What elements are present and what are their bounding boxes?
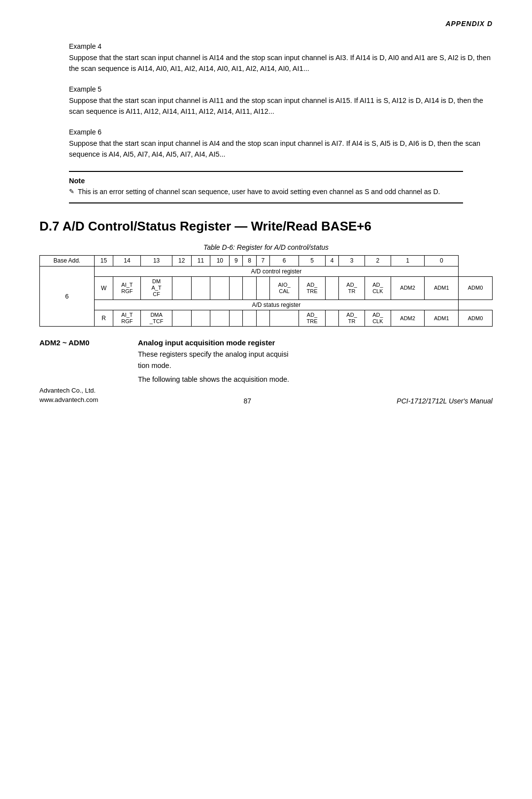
w-cell-1: ADM1 (425, 277, 459, 300)
w-cell-2: ADM2 (391, 277, 425, 300)
col-0: 0 (425, 256, 459, 266)
col-7: 7 (256, 256, 269, 266)
w-cell-6: AD_TRE (299, 277, 326, 300)
r-cell-9 (243, 310, 256, 327)
w-cell-3: AD_CLK (365, 277, 391, 300)
r-cell-10 (230, 310, 243, 327)
footer-company: Advantech Co., Ltd. (39, 386, 98, 396)
w-cell-10 (230, 277, 243, 300)
section-heading: D.7 A/D Control/Status Register — Write/… (39, 218, 493, 235)
col-6: 6 (269, 256, 299, 266)
footer-left: Advantech Co., Ltd. www.advantech.com (39, 386, 98, 405)
footer-manual-title: PCI-1712/1712L User's Manual (397, 397, 493, 405)
adm-desc-title: Analog input acquisition mode register (138, 338, 493, 347)
w-cell-11 (210, 277, 230, 300)
r-cell-6: AD_TRE (299, 310, 326, 327)
footer: Advantech Co., Ltd. www.advantech.com 87… (39, 386, 493, 405)
col-12: 12 (172, 256, 191, 266)
col-4: 4 (325, 256, 338, 266)
adm-desc-text1: These registers specify the analog input… (138, 349, 493, 371)
col-11: 11 (191, 256, 210, 266)
w-cell-9 (243, 277, 256, 300)
col-1: 1 (391, 256, 425, 266)
appendix-header: APPENDIX D (39, 20, 493, 28)
col-5: 5 (299, 256, 326, 266)
col-2: 2 (365, 256, 391, 266)
footer-website: www.advantech.com (39, 395, 98, 405)
col-base-add: Base Add. (40, 256, 95, 266)
example-6-text: Suppose that the start scan input channe… (69, 138, 493, 160)
adm-row: ADM2 ~ ADM0 Analog input acquisition mod… (39, 338, 493, 385)
r-cell-8 (256, 310, 269, 327)
r-cell-5 (325, 310, 338, 327)
r-cell-0: ADM0 (459, 310, 493, 327)
note-title: Note (69, 177, 463, 185)
r-cell-13 (172, 310, 191, 327)
register-table: Base Add. 15 14 13 12 11 10 9 8 7 6 5 4 … (39, 255, 493, 327)
example-4-block: Example 4 Suppose that the start scan in… (69, 42, 493, 74)
example-4-title: Example 4 (69, 42, 493, 50)
r-cell-1: ADM1 (425, 310, 459, 327)
note-text: This is an error setting of channel scan… (69, 187, 463, 198)
w-cell-0: ADM0 (459, 277, 493, 300)
example-5-text: Suppose that the start scan input channe… (69, 95, 493, 117)
adm-section: ADM2 ~ ADM0 Analog input acquisition mod… (39, 338, 493, 385)
w-cell-12 (191, 277, 210, 300)
note-box: Note This is an error setting of channel… (69, 171, 463, 203)
r-cell-14: DMA_TCF (141, 310, 172, 327)
r-cell-2: ADM2 (391, 310, 425, 327)
status-register-label-cell: A/D status register (94, 300, 459, 310)
r-cell-15: AI_TRGF (113, 310, 141, 327)
w-cell-15: AI_TRGF (113, 277, 141, 300)
col-10: 10 (210, 256, 230, 266)
col-13: 13 (141, 256, 172, 266)
w-cell-7: AIO_CAL (269, 277, 299, 300)
w-cell-8 (256, 277, 269, 300)
r-cell-7 (269, 310, 299, 327)
example-6-title: Example 6 (69, 128, 493, 136)
w-cell-4: AD_TR (339, 277, 365, 300)
r-label-cell: R (94, 310, 113, 327)
adm-label: ADM2 ~ ADM0 (39, 338, 138, 347)
w-cell-13 (172, 277, 191, 300)
example-5-block: Example 5 Suppose that the start scan in… (69, 85, 493, 117)
col-3: 3 (339, 256, 365, 266)
r-cell-12 (191, 310, 210, 327)
col-8: 8 (243, 256, 256, 266)
r-cell-3: AD_CLK (365, 310, 391, 327)
example-6-block: Example 6 Suppose that the start scan in… (69, 128, 493, 160)
adm-desc-text2: The following table shows the acquisitio… (138, 374, 493, 385)
footer-page-number: 87 (244, 397, 252, 405)
row-number-cell: 6 (40, 266, 95, 327)
r-cell-4: AD_TR (339, 310, 365, 327)
col-9: 9 (230, 256, 243, 266)
col-14: 14 (113, 256, 141, 266)
col-15: 15 (94, 256, 113, 266)
register-table-wrap: Base Add. 15 14 13 12 11 10 9 8 7 6 5 4 … (39, 255, 493, 327)
example-4-text: Suppose that the start scan input channe… (69, 52, 493, 74)
examples-section: Example 4 Suppose that the start scan in… (39, 42, 493, 160)
r-cell-11 (210, 310, 230, 327)
table-caption: Table D-6: Register for A/D control/stat… (39, 243, 493, 251)
adm-desc: Analog input acquisition mode register T… (138, 338, 493, 385)
example-5-title: Example 5 (69, 85, 493, 93)
w-cell-5 (325, 277, 338, 300)
control-register-label-cell: A/D control register (94, 266, 459, 276)
w-label-cell: W (94, 277, 113, 300)
w-cell-14: DMA_TCF (141, 277, 172, 300)
